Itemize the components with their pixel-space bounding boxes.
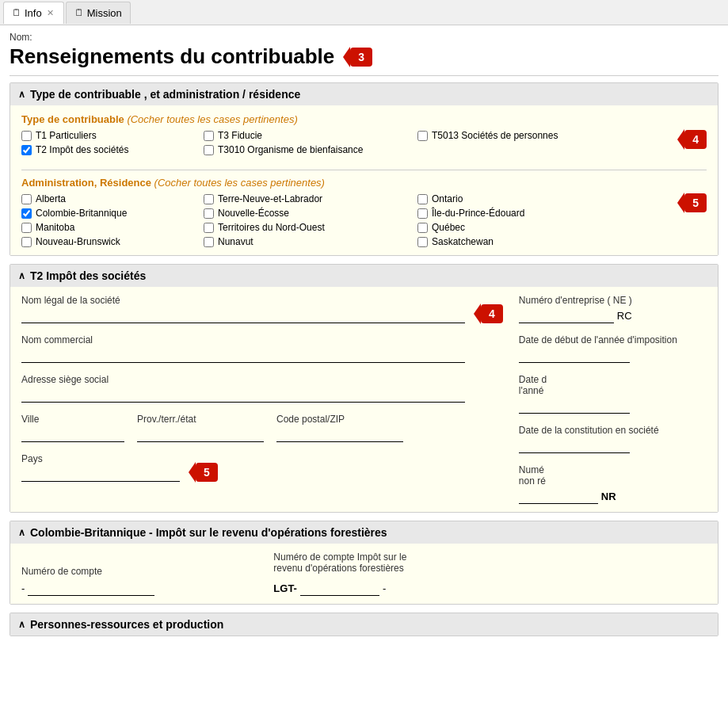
pays-field: Pays [21, 453, 180, 482]
label-nb: Nouveau-Brunswick [36, 236, 120, 247]
foret-row: Numéro de compte - Numéro de compte Impô… [21, 552, 707, 596]
section-personnes-title: Personnes-ressources et production [30, 618, 223, 631]
t2-right-fields: Numéro d'entreprise ( NE ) RC Date de dé… [519, 295, 707, 504]
foret-prefix: LGT- [273, 582, 297, 594]
numero-compte-field: Numéro de compte - [21, 566, 154, 596]
ville-field: Ville [21, 414, 124, 442]
checkbox-alberta: Alberta [21, 193, 196, 204]
checkbox-tnl-input[interactable] [204, 194, 214, 204]
numero-foret-input[interactable] [300, 580, 379, 596]
numero-non-field: Numénon ré NR [519, 464, 707, 504]
tab-mission-label: Mission [87, 7, 122, 19]
checkbox-t5013-input[interactable] [417, 131, 428, 141]
checkbox-manitoba-input[interactable] [21, 223, 32, 233]
prov-input[interactable] [137, 426, 264, 442]
checkbox-quebec-input[interactable] [417, 223, 428, 233]
pays-label: Pays [21, 453, 180, 464]
numero-compte-dash: - [21, 582, 25, 594]
foret-right: Numéro de compte Impôt sur le revenu d'o… [273, 552, 432, 596]
checkbox-t2-input[interactable] [21, 145, 32, 155]
numero-non-input[interactable] [519, 488, 598, 504]
label-tno: Territoires du Nord-Ouest [218, 222, 325, 233]
numero-foret-label: Numéro de compte Impôt sur le revenu d'o… [273, 552, 432, 574]
checkbox-nb-input[interactable] [21, 237, 32, 247]
admin-subtitle: Administration, Résidence (Cocher toutes… [21, 177, 707, 189]
ville-input[interactable] [21, 426, 124, 442]
tab-mission-icon: 🗒 [74, 7, 84, 18]
section-t2: ∧ T2 Impôt des sociétés Nom légal de la … [10, 264, 718, 513]
checkbox-ontario-input[interactable] [417, 194, 428, 204]
checkbox-nunavut: Nunavut [204, 236, 410, 247]
checkbox-ipe-input[interactable] [417, 208, 428, 219]
tab-bar: 🗒 Info ✕ 🗒 Mission [0, 0, 728, 25]
numero-foret-field: Numéro de compte Impôt sur le revenu d'o… [273, 552, 432, 596]
pays-input[interactable] [21, 466, 180, 482]
foret-left: Numéro de compte - [21, 566, 154, 596]
checkbox-alberta-input[interactable] [21, 194, 32, 204]
checkbox-tno: Territoires du Nord-Ouest [204, 222, 410, 233]
t2-left-fields: Nom légal de la société 4 Nom commercial… [21, 295, 503, 504]
badge-4-type: 4 [684, 130, 707, 149]
checkbox-nunavut-input[interactable] [204, 237, 214, 247]
section-type-contribuable: ∧ Type de contribuable , et administrati… [10, 82, 718, 256]
checkbox-sask-input[interactable] [417, 237, 428, 247]
checkbox-t5013-label: T5013 Sociétés de personnes [432, 130, 558, 141]
ne-input[interactable] [519, 307, 614, 323]
label-ipe: Île-du-Prince-Édouard [432, 208, 524, 219]
checkbox-manitoba: Manitoba [21, 222, 196, 233]
section-type-header[interactable]: ∧ Type de contribuable , et administrati… [10, 83, 718, 105]
chevron-icon-1: ∧ [18, 89, 25, 100]
checkbox-t2-label: T2 Impôt des sociétés [36, 144, 128, 155]
nom-commercial-input[interactable] [21, 347, 465, 363]
main-content: Nom: Renseignements du contribuable 3 ∧ … [0, 25, 728, 651]
checkbox-t3-input[interactable] [204, 131, 214, 141]
chevron-icon-4: ∧ [18, 619, 25, 630]
date-constitution-input[interactable] [519, 437, 630, 453]
ne-label: Numéro d'entreprise ( NE ) [519, 295, 707, 306]
postal-input[interactable] [276, 426, 403, 442]
label-ontario: Ontario [432, 193, 463, 204]
label-manitoba: Manitoba [36, 222, 74, 233]
section-forestieres-title: Colombie-Britannique - Impôt sur le reve… [30, 526, 387, 539]
checkbox-t3: T3 Fiducie [204, 130, 410, 141]
label-alberta: Alberta [36, 193, 66, 204]
tab-info[interactable]: 🗒 Info ✕ [3, 2, 64, 24]
adresse-label: Adresse siège social [21, 374, 503, 385]
nom-label: Nom: [10, 32, 718, 43]
numero-compte-input[interactable] [28, 580, 154, 596]
numero-non-label: Numénon ré [519, 464, 707, 487]
section-type-title: Type de contribuable , et administration… [30, 88, 300, 101]
checkbox-cb-input[interactable] [21, 208, 32, 219]
type-contribuable-subtitle: Type de contribuable (Cocher toutes les … [21, 113, 707, 125]
ne-field: Numéro d'entreprise ( NE ) RC [519, 295, 707, 323]
checkbox-t1: T1 Particuliers [21, 130, 196, 141]
label-ne: Nouvelle-Écosse [218, 208, 289, 219]
date-debut-input[interactable] [519, 347, 630, 363]
label-quebec: Québec [432, 222, 465, 233]
prov-label: Prov./terr./état [137, 414, 264, 425]
checkbox-tno-input[interactable] [204, 223, 214, 233]
checkbox-t3010-input[interactable] [204, 145, 214, 155]
ville-row: Ville Prov./terr./état Code postal/ZIP [21, 414, 503, 442]
date-fin-input[interactable] [519, 398, 630, 414]
section-forestieres-header[interactable]: ∧ Colombie-Britannique - Impôt sur le re… [10, 521, 718, 544]
adresse-input[interactable] [21, 387, 465, 403]
checkbox-cb: Colombie-Britannique [21, 208, 196, 219]
tab-info-close[interactable]: ✕ [45, 8, 55, 18]
checkbox-t2: T2 Impôt des sociétés [21, 144, 196, 155]
section-forestieres: ∧ Colombie-Britannique - Impôt sur le re… [10, 521, 718, 605]
label-cb: Colombie-Britannique [36, 208, 127, 219]
checkbox-t5013: T5013 Sociétés de personnes [417, 130, 669, 141]
tab-mission[interactable]: 🗒 Mission [66, 2, 131, 24]
section-t2-header[interactable]: ∧ T2 Impôt des sociétés [10, 265, 718, 287]
date-constitution-field: Date de la constitution en société [519, 425, 707, 453]
ville-label: Ville [21, 414, 124, 425]
section-personnes-header[interactable]: ∧ Personnes-ressources et production [10, 613, 718, 636]
nom-commercial-label: Nom commercial [21, 334, 503, 345]
nom-legal-field: Nom légal de la société [21, 295, 465, 323]
checkbox-t3010-label: T3010 Organisme de bienfaisance [218, 144, 363, 155]
nom-legal-input[interactable] [21, 307, 465, 323]
badge-3: 3 [350, 48, 372, 67]
checkbox-ne-input[interactable] [204, 208, 214, 219]
checkbox-t1-input[interactable] [21, 131, 32, 141]
